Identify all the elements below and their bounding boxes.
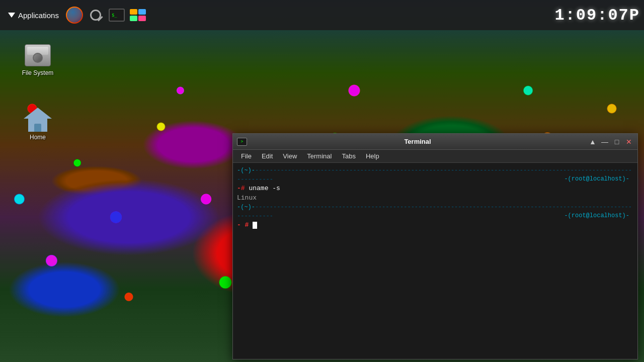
terminal-close-button[interactable]: ✕	[624, 137, 633, 146]
applications-button[interactable]: Applications	[4, 9, 63, 22]
terminal-content[interactable]: -(~)------------------------------------…	[233, 163, 637, 359]
filesystem-icon-image	[24, 43, 52, 67]
top-panel: Applications $_ 1:09:07P	[0, 0, 644, 30]
firefox-icon	[66, 7, 83, 24]
menu-view[interactable]: View	[278, 151, 302, 161]
terminal-line-3: Linux	[237, 194, 633, 203]
terminal-minimize-button[interactable]: —	[600, 137, 609, 146]
terminal-menubar: File Edit View Terminal Tabs Help	[233, 150, 637, 163]
terminal-maximize-button[interactable]: □	[612, 137, 621, 146]
terminal-cursor	[253, 222, 257, 229]
terminal-line-1: -(~)------------------------------------…	[237, 166, 633, 184]
firefox-button[interactable]	[65, 6, 84, 25]
menu-edit[interactable]: Edit	[257, 151, 278, 161]
menu-tabs[interactable]: Tabs	[337, 151, 360, 161]
home-label: Home	[30, 134, 46, 141]
clock: 1:09:07P	[554, 6, 640, 25]
terminal-titlebar-icon	[237, 138, 247, 146]
menu-file[interactable]: File	[236, 151, 257, 161]
terminal-title: Terminal	[250, 138, 585, 145]
filesystem-icon[interactable]: File System	[15, 40, 60, 79]
applications-label: Applications	[18, 11, 59, 20]
window-manager-icon	[130, 9, 146, 21]
desktop: Applications $_ 1:09:07P	[0, 0, 644, 362]
terminal-line-4: -(~)------------------------------------…	[237, 203, 633, 221]
home-icon-image	[24, 108, 52, 132]
filesystem-label: File System	[22, 69, 54, 76]
terminal-line-5: - #	[237, 221, 633, 230]
terminal-titlebar: Terminal ▲ — □ ✕	[233, 134, 637, 150]
dropdown-arrow-icon	[8, 13, 15, 18]
menu-help[interactable]: Help	[361, 151, 384, 161]
terminal-window: Terminal ▲ — □ ✕ File Edit View Terminal…	[232, 133, 638, 359]
menu-terminal[interactable]: Terminal	[302, 151, 337, 161]
window-manager-button[interactable]	[128, 6, 147, 25]
terminal-panel-icon: $_	[109, 9, 125, 22]
terminal-line-2: -# uname -s	[237, 184, 633, 193]
search-button[interactable]	[86, 6, 105, 25]
terminal-panel-button[interactable]: $_	[107, 6, 126, 25]
home-icon[interactable]: Home	[15, 105, 60, 144]
terminal-scroll-up-button[interactable]: ▲	[588, 137, 597, 146]
